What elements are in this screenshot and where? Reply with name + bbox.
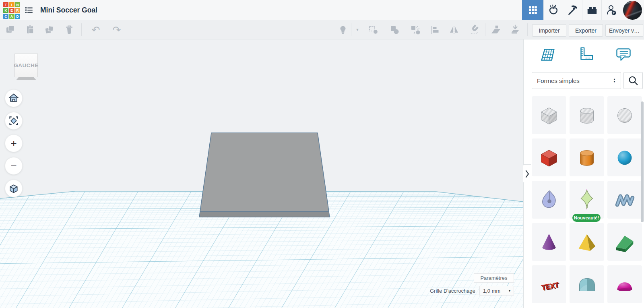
invite-collaborator-button[interactable] xyxy=(601,0,621,20)
send-to-label: Envoyer v… xyxy=(609,27,640,34)
shape-tile-cone[interactable] xyxy=(532,223,566,261)
scene-object-plate[interactable] xyxy=(199,133,330,217)
bricks-export-button[interactable] xyxy=(582,0,601,20)
export-button[interactable]: Exporter xyxy=(569,24,603,37)
home-icon xyxy=(8,93,19,104)
show-hide-button[interactable] xyxy=(335,22,351,38)
shape-tile-sphere[interactable] xyxy=(607,138,642,176)
shape-tile-pyramide[interactable] xyxy=(570,223,604,261)
notes-button[interactable] xyxy=(606,42,641,68)
settings-label: Paramètres xyxy=(480,275,507,281)
home-view-button[interactable] xyxy=(5,89,23,107)
ungroup-button[interactable] xyxy=(407,22,423,38)
zoom-out-button[interactable]: − xyxy=(5,157,23,175)
settings-button[interactable]: Paramètres xyxy=(474,273,514,283)
snap-grid-select[interactable]: 1,0 mm ▾ xyxy=(479,286,514,296)
lightbulb-icon xyxy=(337,24,349,36)
shape-category-select[interactable]: Formes simples ▲▼ xyxy=(532,72,621,89)
align-icon xyxy=(429,24,442,36)
view-cube[interactable]: GAUCHE xyxy=(14,54,38,77)
cube-icon xyxy=(8,183,19,194)
delete-button[interactable] xyxy=(61,22,77,38)
snap-button[interactable] xyxy=(466,22,483,38)
search-icon xyxy=(627,75,639,86)
shape-icon-cylindre-percage xyxy=(574,103,599,128)
shape-tile-sphere-percage[interactable] xyxy=(607,96,642,134)
comment-icon xyxy=(615,46,632,64)
ruler-icon xyxy=(576,45,595,64)
shape-icon-demi-sphere xyxy=(612,272,637,297)
shape-tile-forme-libre[interactable] xyxy=(532,181,566,219)
shape-icon-sphere xyxy=(612,145,637,170)
shape-tile-toupie[interactable] xyxy=(570,181,604,219)
logo-tile-E: E xyxy=(9,8,14,13)
snap-grid-value: 1,0 mm xyxy=(483,288,500,294)
copy-button[interactable] xyxy=(2,22,19,38)
fit-view-button[interactable] xyxy=(5,112,23,130)
show-hide-dropdown[interactable]: ▼ xyxy=(352,22,363,38)
toggle-workplane-button[interactable] xyxy=(530,42,565,68)
toolbar-divider xyxy=(81,23,82,36)
toolbar-divider xyxy=(351,23,351,36)
shape-icon-toupie xyxy=(574,187,599,212)
select-shapes-icon xyxy=(367,24,380,36)
logo-tile-K: K xyxy=(3,8,8,13)
tinkercad-logo[interactable]: TINKERCAD xyxy=(3,2,20,19)
logo-tile-I: I xyxy=(9,2,14,7)
grid-3d-icon xyxy=(528,5,538,15)
edit-selection-button[interactable] xyxy=(365,22,382,38)
paste-button[interactable] xyxy=(22,22,38,38)
panel-collapse-button[interactable] xyxy=(523,164,531,183)
page-title: Mini Soccer Goal xyxy=(40,0,97,20)
workplane-grid-icon xyxy=(539,45,557,64)
logo-tile-T: T xyxy=(3,2,8,7)
zoom-in-button[interactable]: + xyxy=(5,134,23,152)
import-label: Importer xyxy=(539,27,559,34)
import-button[interactable]: Importer xyxy=(532,24,566,37)
workplane-tool-button[interactable] xyxy=(488,22,504,38)
mirror-button[interactable] xyxy=(446,22,462,38)
shape-tile-toit-arrondi[interactable] xyxy=(570,265,604,303)
shape-icon-cone xyxy=(537,229,561,254)
mode-3d-button[interactable] xyxy=(522,0,543,20)
align-button[interactable] xyxy=(427,22,444,38)
ruler-tool-button[interactable] xyxy=(507,22,523,38)
viewport-3d[interactable]: GAUCHE + − xyxy=(0,39,523,308)
logo-tile-R: R xyxy=(15,8,20,13)
logo-tile-A: A xyxy=(9,14,14,19)
toggle-ruler-button[interactable] xyxy=(568,42,603,68)
shape-tile-boite-percage[interactable] xyxy=(532,96,566,134)
scrollbar-thumb[interactable] xyxy=(641,101,644,222)
duplicate-button[interactable] xyxy=(41,22,58,38)
shapes-panel: Formes simples ▲▼ xyxy=(523,39,644,308)
perspective-toggle-button[interactable] xyxy=(5,180,23,197)
pickaxe-icon xyxy=(567,4,579,16)
workplane-icon xyxy=(490,24,502,36)
sim-lab-button[interactable] xyxy=(543,0,563,20)
redo-button[interactable]: ↷ xyxy=(109,22,125,38)
group-button[interactable] xyxy=(386,22,402,38)
workplane-grid xyxy=(0,39,523,308)
shapes-grid: TEXT TEXT xyxy=(532,96,642,303)
shape-tile-cylindre[interactable] xyxy=(570,138,604,176)
shape-tile-texte[interactable]: TEXT TEXT xyxy=(532,265,566,303)
copy-icon xyxy=(4,24,17,36)
toolbar-divider xyxy=(527,23,528,36)
shape-tile-boite[interactable] xyxy=(532,138,566,176)
group-icon xyxy=(388,24,400,36)
logo-tile-C: C xyxy=(3,14,8,19)
shape-tile-demi-sphere[interactable] xyxy=(607,265,642,303)
design-menu-button[interactable] xyxy=(23,5,35,15)
search-shapes-button[interactable] xyxy=(623,72,643,89)
send-to-button[interactable]: Envoyer v… xyxy=(605,24,643,37)
panel-scrollbar[interactable] xyxy=(641,93,644,308)
select-carets-icon: ▲▼ xyxy=(613,78,616,83)
shape-tile-cylindre-percage[interactable] xyxy=(570,96,604,134)
account-menu-button[interactable] xyxy=(621,0,644,20)
shape-tile-griffonnage[interactable] xyxy=(607,181,642,219)
undo-button[interactable]: ↶ xyxy=(88,22,104,38)
shape-tile-toit[interactable] xyxy=(607,223,642,261)
chevron-right-icon xyxy=(525,170,530,178)
blocks-export-button[interactable] xyxy=(563,0,582,20)
top-bar: TINKERCAD Mini Soccer Goal xyxy=(0,0,644,20)
